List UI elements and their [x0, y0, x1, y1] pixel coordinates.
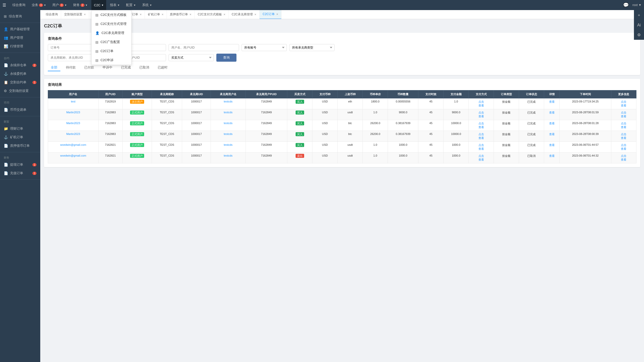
- nav-finance[interactable]: 财务 2 ▼: [71, 0, 90, 10]
- username-input[interactable]: [169, 44, 239, 51]
- market-icon: 📊: [4, 44, 8, 48]
- side-ai-icon[interactable]: Ai: [637, 23, 641, 27]
- tab-c2c-merchant-mgmt[interactable]: C2C承兑商管理 ✕: [229, 10, 260, 19]
- cell-account-type: 正式用户: [122, 153, 152, 163]
- nav-dashboard[interactable]: 综合查询: [10, 0, 28, 10]
- sidebar-item-user-basic[interactable]: 👤 用户基础管理: [0, 25, 40, 33]
- dropdown-c2c-ad-config[interactable]: ▤ C2C广告配置: [92, 38, 131, 47]
- pay-method-link[interactable]: 点击查看: [478, 133, 484, 139]
- username-link[interactable]: wxedwin@gmail.com: [60, 154, 86, 157]
- username-link[interactable]: wxedwin@gmail.com: [60, 143, 86, 146]
- sidebar-item-perpetual-hold[interactable]: 📄 永续持仓单 2: [0, 61, 40, 69]
- trade-way-select[interactable]: 买卖方式 买入 卖出: [169, 54, 214, 61]
- username-link[interactable]: Martin2023: [66, 111, 80, 114]
- th-coin-price: 币种单价: [363, 90, 388, 98]
- merchant-username-link[interactable]: testcds: [224, 122, 233, 125]
- close-tab-finance-order[interactable]: ✕: [140, 13, 142, 16]
- sidebar-item-trade-control[interactable]: ⚙ 交割场控设置: [0, 87, 40, 95]
- close-tab-c2c-order[interactable]: ✕: [276, 13, 278, 16]
- more-info-link[interactable]: 点击查看: [621, 143, 626, 150]
- sidebar-item-coin-trade[interactable]: 📄 币币交易单: [0, 105, 40, 114]
- close-tab-c2c-payment-mgmt[interactable]: ✕: [223, 13, 225, 16]
- table-header-row: 用户名 用户UID 账户类型 承兑商昵称 承兑商UID 承兑商用户名 承兑商用户…: [48, 90, 636, 98]
- th-more-info: 更多信息: [611, 90, 636, 98]
- pay-method-link[interactable]: 点击查看: [478, 143, 484, 150]
- tab-c2c-payment-mgmt[interactable]: C2C支付方式模板 ✕: [195, 10, 229, 19]
- sidebar-item-dashboard[interactable]: ⊞ 综合查询: [0, 12, 40, 21]
- sidebar-item-user-mgmt[interactable]: 👥 用户管理: [0, 33, 40, 42]
- th-merchant-puid: 承兑商用户PUID: [246, 90, 287, 98]
- close-tab-c2c-merchant-mgmt[interactable]: ✕: [254, 13, 256, 16]
- sidebar-item-perpetual-entrust[interactable]: ⚓ 永续委托单: [0, 69, 40, 78]
- close-tab-miner-order[interactable]: ✕: [162, 13, 164, 16]
- status-tab-completed[interactable]: 已完成: [118, 64, 134, 71]
- more-info-link[interactable]: 点击查看: [621, 133, 626, 139]
- nav-business[interactable]: 业务 3 ▼: [29, 0, 49, 10]
- message-icon[interactable]: 💬: [623, 2, 629, 8]
- status-tab-all[interactable]: 全部: [48, 64, 60, 71]
- cell-pay-method: 点击查看: [469, 131, 494, 142]
- dropdown-c2c-payment-management[interactable]: ▤ C2C支付方式管理: [92, 19, 131, 28]
- status-tab-paid[interactable]: 已付款: [81, 64, 97, 71]
- sidebar-item-finance-order[interactable]: 📁 理财订单: [0, 124, 40, 133]
- more-info-link[interactable]: 点击查看: [621, 154, 626, 161]
- close-tab-trade-control[interactable]: ✕: [84, 13, 86, 16]
- dropdown-c2c-order[interactable]: ▤ C2C订单: [92, 47, 131, 56]
- username-link[interactable]: Martin2023: [66, 122, 80, 125]
- user-dropdown[interactable]: root ▼: [632, 3, 641, 7]
- sidebar-item-recharge[interactable]: 📄 充值订单 1: [0, 169, 40, 177]
- side-settings-icon[interactable]: ⚙: [637, 32, 641, 37]
- detail-link[interactable]: 查看: [549, 154, 555, 157]
- merchant-username-link[interactable]: testcds: [224, 111, 233, 114]
- nav-user[interactable]: 用户 3 ▼: [50, 0, 69, 10]
- tab-pledge-order[interactable]: 质押借币订单 ✕: [167, 10, 195, 19]
- dropdown-c2c-complaint[interactable]: ▤ C2C申诉: [92, 56, 131, 65]
- username-link[interactable]: Martin2023: [66, 132, 80, 135]
- nav-c2c[interactable]: C2C ▼ ▤ C2C支付方式模板 ▤ C2C支付方式管理 👤 C2C承兑商管理…: [91, 0, 106, 10]
- dropdown-c2c-merchant-management[interactable]: 👤 C2C承兑商管理: [92, 28, 131, 38]
- sidebar-item-pledge-loan[interactable]: 📄 质押借币订单: [0, 141, 40, 150]
- sidebar-item-withdraw[interactable]: 📄 提现订单 1: [0, 160, 40, 169]
- merchant-name-input[interactable]: [48, 54, 93, 61]
- dropdown-c2c-payment-template[interactable]: ▤ C2C支付方式模板: [92, 10, 131, 19]
- account-type-select[interactable]: 所有账号 演示账号 正式账号: [242, 44, 287, 51]
- tab-trade-control-settings[interactable]: 交割场控设置 ✕: [61, 10, 89, 19]
- tab-miner-order[interactable]: 矿机订单 ✕: [145, 10, 167, 19]
- status-tab-timeout[interactable]: 已超时: [155, 64, 171, 71]
- pay-method-link[interactable]: 点击查看: [478, 122, 484, 129]
- pay-method-link[interactable]: 点击查看: [478, 100, 484, 107]
- order-no-input[interactable]: [48, 44, 93, 51]
- detail-link[interactable]: 查看: [549, 143, 555, 147]
- more-info-link[interactable]: 点击查看: [621, 100, 626, 107]
- search-button[interactable]: 查询: [216, 54, 236, 62]
- sidebar-item-market[interactable]: 📊 行情管理: [0, 42, 40, 51]
- top-navigation: ☰ 综合查询 业务 3 ▼ 用户 3 ▼ 财务 2 ▼ C2C ▼ ▤ C2C支…: [0, 0, 644, 10]
- detail-link[interactable]: 查看: [549, 122, 555, 125]
- tab-dashboard[interactable]: 综合查询: [43, 10, 61, 19]
- sidebar-item-trade-contract[interactable]: 📋 交割合约单 1: [0, 78, 40, 87]
- nav-reports[interactable]: 报表 ▼: [107, 0, 122, 10]
- more-info-link[interactable]: 点击查看: [621, 122, 626, 129]
- detail-link[interactable]: 查看: [549, 100, 555, 103]
- merchant-username-link[interactable]: testcds: [224, 154, 233, 157]
- status-tab-cancelled[interactable]: 已取消: [136, 64, 152, 71]
- status-tab-pending[interactable]: 待付款: [63, 64, 79, 71]
- nav-config[interactable]: 配置 ▼: [124, 0, 138, 10]
- nav-system[interactable]: 系统 ▼: [140, 0, 154, 10]
- hamburger-menu[interactable]: ☰: [3, 3, 6, 8]
- sidebar-item-miner-order[interactable]: ⚓ 矿机订单: [0, 133, 40, 141]
- username-link[interactable]: test: [71, 100, 75, 103]
- more-info-link[interactable]: 点击查看: [621, 111, 626, 118]
- tab-c2c-order[interactable]: C2C订单 ✕: [260, 10, 281, 19]
- pay-method-link[interactable]: 点击查看: [478, 111, 484, 118]
- merchant-username-link[interactable]: testcds: [224, 132, 233, 135]
- close-tab-pledge-order[interactable]: ✕: [189, 13, 191, 16]
- detail-link[interactable]: 查看: [549, 111, 555, 114]
- status-tab-dispute[interactable]: 申诉中: [100, 64, 115, 71]
- detail-link[interactable]: 查看: [549, 133, 555, 136]
- merchant-type-select[interactable]: 所有承兑商类型: [289, 44, 335, 51]
- pay-method-link[interactable]: 点击查看: [478, 154, 484, 161]
- side-plus-icon[interactable]: ＋: [637, 13, 641, 18]
- merchant-username-link[interactable]: testcds: [224, 143, 233, 146]
- merchant-username-link[interactable]: testcds: [224, 100, 233, 103]
